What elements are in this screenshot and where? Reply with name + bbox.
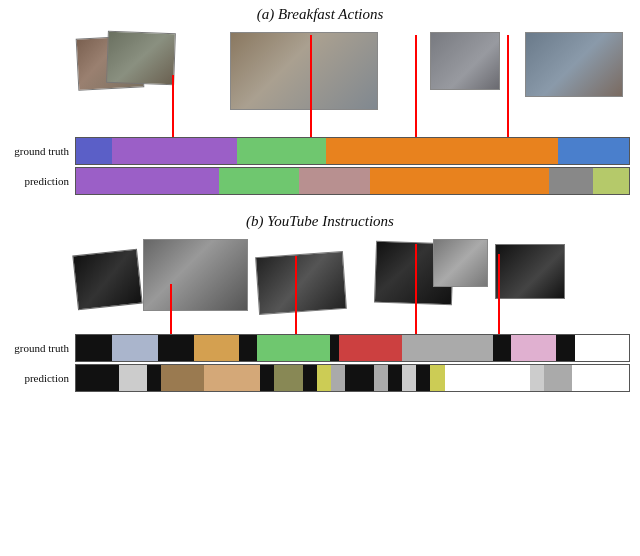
seg — [549, 168, 594, 194]
seg — [76, 335, 112, 361]
breakfast-bars: ground truth prediction — [0, 137, 640, 195]
breakfast-thumb-3 — [230, 32, 378, 110]
seg — [317, 365, 331, 391]
youtube-groundtruth-bar — [75, 334, 630, 362]
seg — [402, 365, 416, 391]
breakfast-prediction-row: prediction — [75, 167, 630, 195]
youtube-redline-3 — [415, 244, 417, 334]
seg — [558, 138, 629, 164]
groundtruth-label-a: ground truth — [0, 145, 75, 157]
prediction-label-a: prediction — [0, 175, 75, 187]
seg — [511, 335, 556, 361]
seg — [445, 365, 530, 391]
seg — [260, 365, 274, 391]
breakfast-redline-2 — [310, 35, 312, 137]
youtube-thumb-1 — [72, 249, 142, 310]
prediction-label-b: prediction — [0, 372, 75, 384]
youtube-redline-2 — [295, 256, 297, 334]
section-youtube: (b) YouTube Instructions — [0, 207, 640, 392]
youtube-redline-1 — [170, 284, 172, 334]
seg — [345, 365, 373, 391]
breakfast-redline-1 — [172, 75, 174, 137]
youtube-prediction-bar — [75, 364, 630, 392]
seg — [530, 365, 544, 391]
breakfast-groundtruth-row: ground truth — [75, 137, 630, 165]
seg — [76, 138, 112, 164]
seg — [147, 365, 161, 391]
section-b-title: (b) YouTube Instructions — [0, 207, 640, 234]
youtube-thumbs-container — [75, 234, 630, 334]
seg — [572, 365, 629, 391]
seg — [430, 365, 444, 391]
seg — [112, 335, 157, 361]
youtube-redline-4 — [498, 254, 500, 334]
seg — [237, 138, 326, 164]
seg — [556, 335, 574, 361]
breakfast-groundtruth-bar — [75, 137, 630, 165]
seg — [239, 335, 257, 361]
seg — [274, 365, 302, 391]
youtube-thumb-6 — [495, 244, 565, 299]
seg — [204, 365, 261, 391]
seg — [331, 365, 345, 391]
seg — [593, 168, 629, 194]
seg — [194, 335, 239, 361]
seg — [119, 365, 147, 391]
youtube-thumb-5 — [433, 239, 488, 287]
youtube-bars: ground truth prediction — [0, 334, 640, 392]
seg — [299, 168, 370, 194]
breakfast-prediction-bar — [75, 167, 630, 195]
youtube-thumb-2 — [143, 239, 248, 311]
breakfast-thumb-2 — [106, 31, 176, 85]
seg — [370, 168, 548, 194]
seg — [402, 335, 493, 361]
breakfast-thumbs-container — [75, 27, 630, 137]
seg — [257, 335, 330, 361]
seg — [388, 365, 402, 391]
seg — [112, 138, 237, 164]
breakfast-thumb-4 — [430, 32, 500, 90]
seg — [374, 365, 388, 391]
seg — [303, 365, 317, 391]
youtube-prediction-row: prediction — [75, 364, 630, 392]
seg — [416, 365, 430, 391]
seg — [219, 168, 299, 194]
seg — [161, 365, 204, 391]
groundtruth-label-b: ground truth — [0, 342, 75, 354]
youtube-thumb-3 — [255, 251, 347, 315]
breakfast-redline-3 — [415, 35, 417, 137]
seg — [544, 365, 572, 391]
youtube-groundtruth-row: ground truth — [75, 334, 630, 362]
seg — [330, 335, 339, 361]
section-a-title: (a) Breakfast Actions — [0, 0, 640, 27]
seg — [158, 335, 194, 361]
seg — [326, 138, 558, 164]
section-breakfast: (a) Breakfast Actions ground tr — [0, 0, 640, 195]
seg — [575, 335, 629, 361]
breakfast-thumb-5 — [525, 32, 623, 97]
breakfast-redline-4 — [507, 35, 509, 137]
seg — [493, 335, 511, 361]
seg — [76, 365, 119, 391]
seg — [339, 335, 402, 361]
seg — [76, 168, 219, 194]
